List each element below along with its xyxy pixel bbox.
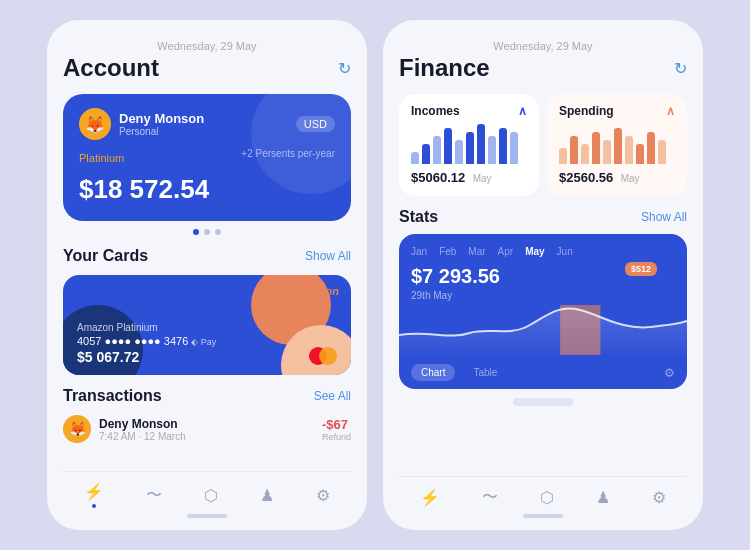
mc-yellow bbox=[319, 347, 337, 365]
card-percent: +2 Persents per-year bbox=[241, 148, 335, 159]
card-number: 4057 ●●●● ●●●● 3476 ⬖ Pay bbox=[77, 335, 216, 347]
spending-bars bbox=[559, 124, 675, 164]
income-trend-icon: ∧ bbox=[518, 104, 527, 118]
transactions-title: Transactions bbox=[63, 387, 162, 405]
chart-tab[interactable]: Chart bbox=[411, 364, 455, 381]
right-page-title: Finance bbox=[399, 54, 490, 82]
right-nav-box[interactable]: ⬡ bbox=[540, 488, 554, 507]
account-user-type: Personal bbox=[119, 126, 204, 137]
income-bars bbox=[411, 124, 527, 164]
carousel-dots bbox=[63, 229, 351, 235]
income-label: Incomes bbox=[411, 104, 460, 118]
income-card: Incomes ∧ $5060.12 May bbox=[399, 94, 539, 196]
finance-section: Incomes ∧ $5060.12 May bbox=[399, 94, 687, 196]
your-cards-title: Your Cards bbox=[63, 247, 148, 265]
right-refresh-icon[interactable]: ↻ bbox=[674, 59, 687, 78]
your-cards-show-all[interactable]: Show All bbox=[305, 249, 351, 263]
left-bottom-nav: ⚡ 〜 ⬡ ♟ ⚙ bbox=[63, 471, 351, 508]
month-mar[interactable]: Mar bbox=[468, 246, 485, 257]
right-nav-person[interactable]: ♟ bbox=[596, 488, 610, 507]
left-phone: Wednesday, 29 May Account ↻ 🦊 Deny Monso… bbox=[47, 20, 367, 530]
income-amount: $5060.12 bbox=[411, 170, 465, 185]
stats-tooltip: $512 bbox=[625, 262, 657, 276]
stats-months: Jan Feb Mar Apr May Jun bbox=[411, 246, 675, 257]
wave-chart bbox=[399, 285, 687, 359]
spending-trend-icon: ∧ bbox=[666, 104, 675, 118]
credit-card-info: Amazon Platinium 4057 ●●●● ●●●● 3476 ⬖ P… bbox=[77, 322, 216, 365]
month-apr[interactable]: Apr bbox=[498, 246, 514, 257]
refresh-icon[interactable]: ↻ bbox=[338, 59, 351, 78]
stats-show-all[interactable]: Show All bbox=[641, 210, 687, 224]
nav-flash[interactable]: ⚡ bbox=[84, 482, 104, 508]
right-date: Wednesday, 29 May bbox=[399, 40, 687, 52]
month-jan[interactable]: Jan bbox=[411, 246, 427, 257]
account-balance: $18 572.54 bbox=[79, 174, 335, 205]
apple-pay-label: ⬖ Pay bbox=[191, 337, 216, 347]
right-scroll-bar bbox=[523, 514, 563, 518]
card-amount: $5 067.72 bbox=[77, 349, 216, 365]
right-phone: Wednesday, 29 May Finance ↻ Incomes ∧ bbox=[383, 20, 703, 530]
amazon-logo: amazon bbox=[298, 285, 339, 297]
month-may[interactable]: May bbox=[525, 246, 544, 257]
account-card: 🦊 Deny Monson Personal USD Platinium +2 … bbox=[63, 94, 351, 221]
chart-settings-icon[interactable]: ⚙ bbox=[664, 366, 675, 380]
card-tier: Platinium bbox=[79, 152, 124, 164]
tx-name: Deny Monson bbox=[99, 417, 186, 431]
right-nav-activity[interactable]: 〜 bbox=[482, 487, 498, 508]
spending-card: Spending ∧ $2560.56 May bbox=[547, 94, 687, 196]
nav-person[interactable]: ♟ bbox=[260, 486, 274, 505]
right-nav-settings[interactable]: ⚙ bbox=[652, 488, 666, 507]
chart-bottom-row: Chart Table ⚙ bbox=[411, 364, 675, 381]
stats-header: Stats Show All bbox=[399, 208, 687, 226]
income-title: Incomes ∧ bbox=[411, 104, 527, 118]
left-page-title: Account bbox=[63, 54, 159, 82]
mastercard-icon bbox=[309, 347, 337, 365]
credit-card[interactable]: amazon Amazon Platinium 4057 ●●●● ●●●● 3… bbox=[63, 275, 351, 375]
month-jun[interactable]: Jun bbox=[557, 246, 573, 257]
table-tab[interactable]: Table bbox=[463, 364, 507, 381]
tx-tag: Refund bbox=[322, 432, 351, 442]
tx-amount: -$67 bbox=[322, 417, 351, 432]
nav-activity[interactable]: 〜 bbox=[146, 485, 162, 506]
right-bottom-nav: ⚡ 〜 ⬡ ♟ ⚙ bbox=[399, 476, 687, 508]
tx-avatar: 🦊 bbox=[63, 415, 91, 443]
income-month: May bbox=[473, 173, 492, 184]
spending-label: Spending bbox=[559, 104, 614, 118]
dot-1[interactable] bbox=[193, 229, 199, 235]
see-all-link[interactable]: See All bbox=[314, 389, 351, 403]
stats-title: Stats bbox=[399, 208, 438, 226]
dot-2[interactable] bbox=[204, 229, 210, 235]
spending-title: Spending ∧ bbox=[559, 104, 675, 118]
scroll-bar bbox=[187, 514, 227, 518]
month-feb[interactable]: Feb bbox=[439, 246, 456, 257]
currency-badge: USD bbox=[296, 116, 335, 132]
transactions-header: Transactions See All bbox=[63, 387, 351, 405]
transaction-item: 🦊 Deny Monson 7:42 AM · 12 March -$67 Re… bbox=[63, 415, 351, 443]
tx-time: 7:42 AM · 12 March bbox=[99, 431, 186, 442]
account-user-name: Deny Monson bbox=[119, 111, 204, 126]
spending-month: May bbox=[621, 173, 640, 184]
right-nav-flash[interactable]: ⚡ bbox=[420, 488, 440, 507]
your-cards-header: Your Cards Show All bbox=[63, 247, 351, 265]
stats-card: Jan Feb Mar Apr May Jun $7 293.56 29th M… bbox=[399, 234, 687, 389]
nav-settings[interactable]: ⚙ bbox=[316, 486, 330, 505]
stats-scroll-bar bbox=[513, 398, 573, 406]
account-avatar: 🦊 bbox=[79, 108, 111, 140]
nav-box[interactable]: ⬡ bbox=[204, 486, 218, 505]
left-date: Wednesday, 29 May bbox=[63, 40, 351, 52]
card-label: Amazon Platinium bbox=[77, 322, 216, 333]
dot-3[interactable] bbox=[215, 229, 221, 235]
spending-amount: $2560.56 bbox=[559, 170, 613, 185]
